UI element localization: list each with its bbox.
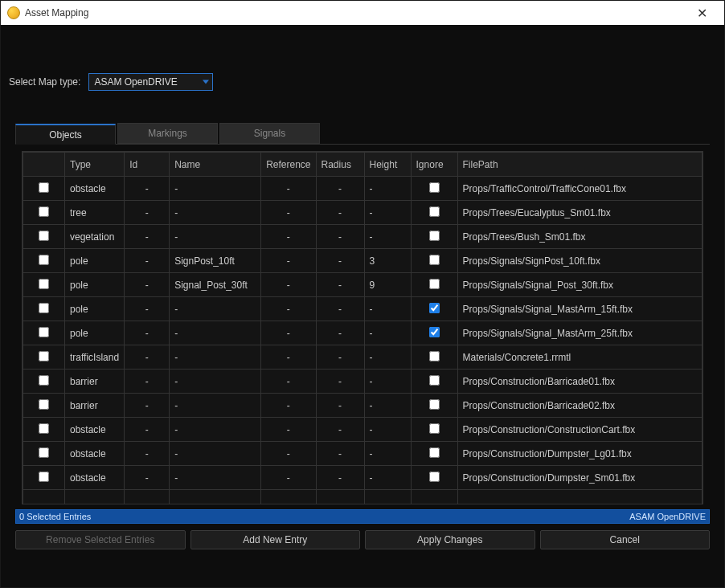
table-row[interactable]: barrier-----Props/Construction/Barricade… [23,370,702,394]
cell-filepath[interactable]: Props/Trees/Bush_Sm01.fbx [457,225,702,249]
cell-type[interactable]: pole [65,297,125,321]
table-row[interactable]: pole-----Props/Signals/Signal_MastArm_25… [23,321,702,345]
col-filepath[interactable]: FilePath [457,153,702,177]
table-scroll[interactable]: Type Id Name Reference Radius Height Ign… [23,152,702,504]
tab-signals[interactable]: Signals [219,123,320,144]
cell-id[interactable]: - [125,201,170,225]
cell-name[interactable]: - [170,370,261,394]
ignore-checkbox[interactable] [429,182,440,193]
cell-height[interactable]: 9 [364,273,411,297]
ignore-checkbox[interactable] [429,279,440,289]
row-select-checkbox[interactable] [39,327,49,337]
cell-id[interactable]: - [125,466,170,490]
cell-filepath[interactable]: Props/Signals/SignPost_10ft.fbx [457,249,702,273]
cell-type[interactable]: trafficIsland [65,345,125,370]
table-row[interactable]: pole-----Props/Signals/Signal_MastArm_15… [23,297,702,321]
cell-id[interactable]: - [125,394,170,418]
cell-name[interactable]: - [170,418,261,442]
cell-height[interactable]: - [364,225,411,249]
cell-height[interactable]: - [364,321,411,345]
cell-radius[interactable]: - [316,321,364,345]
cell-radius[interactable]: - [316,394,364,418]
cell-height[interactable]: - [364,177,411,201]
cell-name[interactable]: - [170,345,261,370]
cell-reference[interactable]: - [261,249,316,273]
col-ignore[interactable]: Ignore [411,153,457,177]
tab-objects[interactable]: Objects [15,124,116,145]
cell-reference[interactable]: - [261,201,316,225]
table-row[interactable]: vegetation-----Props/Trees/Bush_Sm01.fbx [23,225,702,249]
cell-name[interactable]: - [170,394,261,418]
table-row[interactable]: obstacle-----Props/TrafficControl/Traffi… [23,177,702,201]
cell-height[interactable]: 3 [364,249,411,273]
table-row[interactable]: obstacle-----Props/Construction/Dumpster… [23,466,702,490]
cell-radius[interactable]: - [316,370,364,394]
row-select-checkbox[interactable] [39,423,49,434]
cell-id[interactable]: - [125,321,170,345]
row-select-checkbox[interactable] [39,206,49,217]
ignore-checkbox[interactable] [429,303,440,313]
cell-height[interactable]: - [364,345,411,370]
ignore-checkbox[interactable] [429,423,440,434]
cell-name[interactable]: - [170,321,261,345]
cell-name[interactable]: - [170,297,261,321]
table-row[interactable]: barrier-----Props/Construction/Barricade… [23,394,702,418]
cell-id[interactable]: - [125,249,170,273]
cell-filepath[interactable]: Props/Trees/Eucalyptus_Sm01.fbx [457,201,702,225]
cell-radius[interactable]: - [316,273,364,297]
table-row[interactable]: pole-SignPost_10ft--3Props/Signals/SignP… [23,249,702,273]
col-name[interactable]: Name [170,153,261,177]
remove-selected-button[interactable]: Remove Selected Entries [15,530,186,549]
cell-name[interactable]: - [170,466,261,490]
cell-name[interactable]: SignPost_10ft [170,249,261,273]
col-reference[interactable]: Reference [261,153,316,177]
cell-type[interactable]: barrier [65,394,125,418]
cell-id[interactable]: - [125,273,170,297]
cell-radius[interactable]: - [316,442,364,466]
add-new-entry-button[interactable]: Add New Entry [190,530,361,549]
col-height[interactable]: Height [364,153,411,177]
cell-type[interactable]: pole [65,249,125,273]
row-select-checkbox[interactable] [39,279,49,289]
cell-radius[interactable]: - [316,249,364,273]
table-row[interactable]: pole-Signal_Post_30ft--9Props/Signals/Si… [23,273,702,297]
apply-changes-button[interactable]: Apply Changes [365,530,535,549]
cell-filepath[interactable]: Props/Construction/Barricade01.fbx [457,370,702,394]
row-select-checkbox[interactable] [39,375,49,386]
col-type[interactable]: Type [65,153,125,177]
cell-height[interactable]: - [364,466,411,490]
cell-reference[interactable]: - [261,345,316,370]
ignore-checkbox[interactable] [429,206,440,217]
cell-filepath[interactable]: Props/Construction/Dumpster_Sm01.fbx [457,466,702,490]
cell-type[interactable]: obstacle [65,466,125,490]
cell-name[interactable]: - [170,177,261,201]
row-select-checkbox[interactable] [39,447,49,458]
ignore-checkbox[interactable] [429,351,440,361]
cell-name[interactable]: - [170,225,261,249]
cell-radius[interactable]: - [316,201,364,225]
cell-type[interactable]: vegetation [65,225,125,249]
ignore-checkbox[interactable] [429,375,440,386]
row-select-checkbox[interactable] [39,472,49,482]
cell-type[interactable]: obstacle [65,442,125,466]
row-select-checkbox[interactable] [39,231,49,241]
cell-reference[interactable]: - [261,418,316,442]
cancel-button[interactable]: Cancel [540,530,711,549]
cell-filepath[interactable]: Props/Construction/ConstructionCart.fbx [457,418,702,442]
cell-reference[interactable]: - [261,321,316,345]
cell-radius[interactable]: - [316,177,364,201]
ignore-checkbox[interactable] [429,255,440,265]
ignore-checkbox[interactable] [429,231,440,241]
cell-filepath[interactable]: Materials/Concrete1.rrmtl [457,345,702,370]
col-select[interactable] [23,153,65,177]
cell-height[interactable]: - [364,201,411,225]
table-row[interactable] [23,490,702,504]
row-select-checkbox[interactable] [39,399,49,410]
close-button[interactable]: ✕ [686,2,718,24]
cell-type[interactable]: tree [65,201,125,225]
row-select-checkbox[interactable] [39,303,49,313]
cell-type[interactable]: pole [65,273,125,297]
table-row[interactable]: tree-----Props/Trees/Eucalyptus_Sm01.fbx [23,201,702,225]
cell-reference[interactable]: - [261,394,316,418]
table-row[interactable]: trafficIsland-----Materials/Concrete1.rr… [23,345,702,370]
